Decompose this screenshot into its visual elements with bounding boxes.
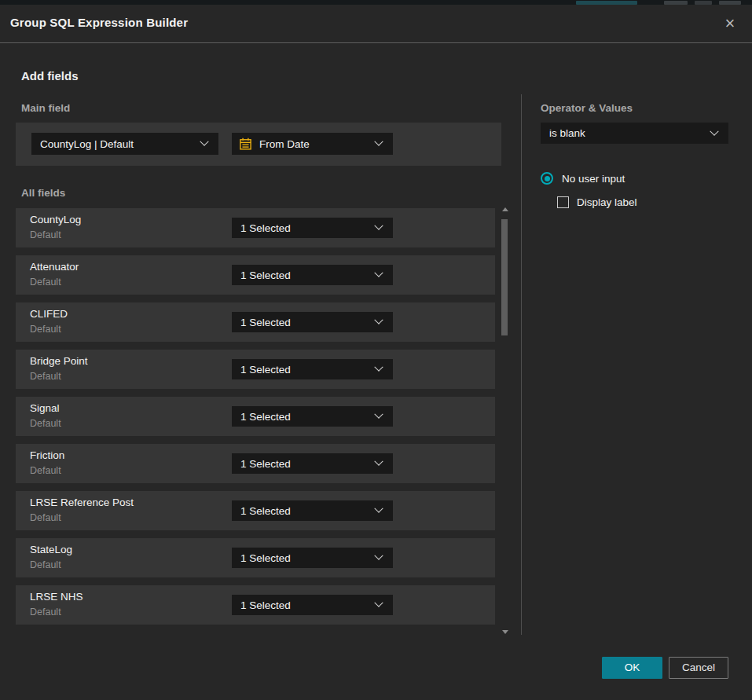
radio-selected-icon (541, 172, 553, 185)
operator-values-heading: Operator & Values (541, 102, 633, 114)
group-sql-expression-builder-dialog: Group SQL Expression Builder × Add field… (0, 5, 752, 700)
field-row-lrse-reference-post: LRSE Reference Post Default 1 Selected (16, 491, 495, 530)
close-icon[interactable]: × (720, 13, 740, 34)
main-field-source-dropdown[interactable]: CountyLog | Default (31, 133, 218, 155)
field-row-attenuator: Attenuator Default 1 Selected (16, 255, 495, 295)
calendar-date-icon (239, 137, 252, 151)
display-label-label: Display label (577, 196, 637, 208)
chevron-down-icon (374, 410, 383, 419)
list-scrollbar[interactable] (500, 203, 511, 636)
scrollbar-thumb[interactable] (501, 219, 508, 335)
field-selection-dropdown[interactable]: 1 Selected (232, 312, 393, 332)
scroll-up-icon[interactable] (502, 207, 508, 211)
field-selection-value: 1 Selected (232, 458, 376, 470)
cancel-button[interactable]: Cancel (669, 657, 728, 679)
field-name: StateLog (30, 544, 72, 555)
field-sublabel: Default (30, 229, 61, 240)
dialog-header: Group SQL Expression Builder × (0, 5, 752, 43)
checkbox-unchecked-icon (557, 196, 569, 208)
field-selection-value: 1 Selected (232, 411, 376, 423)
field-name: Attenuator (30, 261, 79, 273)
field-selection-dropdown[interactable]: 1 Selected (232, 548, 393, 568)
field-sublabel: Default (30, 371, 61, 382)
chevron-down-icon (374, 363, 383, 372)
field-selection-value: 1 Selected (232, 364, 376, 376)
field-selection-dropdown[interactable]: 1 Selected (232, 359, 393, 379)
chevron-down-icon (374, 457, 383, 466)
field-selection-value: 1 Selected (232, 317, 376, 328)
field-sublabel: Default (30, 607, 61, 618)
field-sublabel: Default (30, 324, 61, 335)
field-sublabel: Default (30, 465, 61, 476)
main-field-source-value: CountyLog | Default (31, 138, 201, 150)
display-label-checkbox[interactable]: Display label (557, 196, 637, 208)
field-row-lrse-nhs: LRSE NHS Default 1 Selected (16, 585, 495, 625)
field-selection-dropdown[interactable]: 1 Selected (232, 218, 393, 238)
main-field-date-value: From Date (252, 138, 376, 150)
chevron-down-icon (374, 222, 383, 230)
operator-value: is blank (541, 127, 711, 139)
all-fields-label: All fields (21, 187, 65, 199)
field-row-clifed: CLIFED Default 1 Selected (16, 302, 495, 342)
main-field-date-dropdown[interactable]: From Date (232, 133, 393, 155)
add-fields-heading: Add fields (21, 69, 79, 82)
field-name: Bridge Point (30, 355, 88, 367)
chevron-down-icon (374, 599, 383, 607)
panel-divider (521, 94, 522, 635)
field-sublabel: Default (30, 559, 61, 570)
field-row-countylog: CountyLog Default 1 Selected (16, 208, 495, 247)
field-row-bridge-point: Bridge Point Default 1 Selected (16, 350, 495, 389)
field-selection-dropdown[interactable]: 1 Selected (232, 595, 393, 615)
field-selection-dropdown[interactable]: 1 Selected (232, 265, 393, 285)
main-field-panel: CountyLog | Default From Date (16, 123, 501, 166)
chevron-down-icon (374, 269, 383, 277)
field-selection-value: 1 Selected (232, 505, 376, 517)
field-row-statelog: StateLog Default 1 Selected (16, 538, 495, 577)
no-user-input-label: No user input (562, 173, 625, 185)
operator-dropdown[interactable]: is blank (541, 123, 728, 144)
ok-button[interactable]: OK (602, 657, 662, 679)
field-name: Friction (30, 449, 64, 461)
chevron-down-icon (200, 137, 208, 146)
chevron-down-icon (374, 316, 383, 324)
scroll-down-icon[interactable] (502, 630, 508, 634)
all-fields-list: CountyLog Default 1 Selected Attenuator … (16, 208, 495, 631)
chevron-down-icon (374, 504, 383, 513)
field-row-friction: Friction Default 1 Selected (16, 444, 495, 483)
field-name: Signal (30, 402, 60, 414)
field-name: CountyLog (30, 214, 81, 225)
field-name: CLIFED (30, 308, 68, 320)
field-selection-value: 1 Selected (232, 222, 376, 234)
chevron-down-icon (374, 552, 383, 560)
field-sublabel: Default (30, 418, 61, 429)
chevron-down-icon (710, 126, 718, 135)
field-selection-value: 1 Selected (232, 269, 376, 281)
field-selection-dropdown[interactable]: 1 Selected (232, 406, 393, 427)
main-field-label: Main field (21, 102, 70, 114)
field-row-signal: Signal Default 1 Selected (16, 397, 495, 436)
field-name: LRSE NHS (30, 591, 83, 603)
no-user-input-radio[interactable]: No user input (541, 172, 625, 185)
field-selection-value: 1 Selected (232, 599, 376, 611)
field-selection-dropdown[interactable]: 1 Selected (232, 453, 393, 474)
chevron-down-icon (374, 137, 383, 146)
field-sublabel: Default (30, 277, 61, 288)
field-selection-value: 1 Selected (232, 552, 376, 564)
field-selection-dropdown[interactable]: 1 Selected (232, 500, 393, 521)
screen: Group SQL Expression Builder × Add field… (0, 0, 752, 700)
field-sublabel: Default (30, 512, 61, 523)
dialog-title: Group SQL Expression Builder (10, 16, 188, 29)
field-name: LRSE Reference Post (30, 497, 134, 508)
